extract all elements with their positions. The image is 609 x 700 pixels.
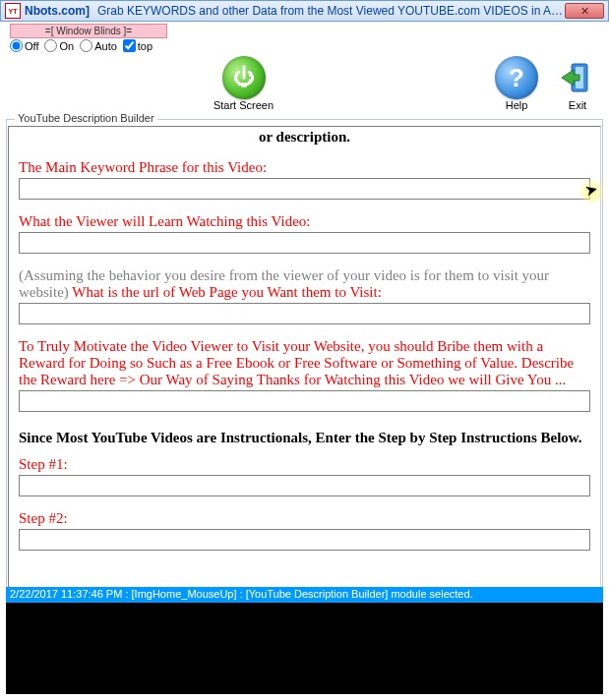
wb-top-checkbox[interactable]: top: [123, 39, 152, 52]
main-keyword-input[interactable]: [19, 178, 590, 200]
windowblinds-header: =[ Window Blinds ]=: [10, 24, 167, 38]
form-header: or description.: [19, 129, 590, 146]
learn-label: What the Viewer will Learn Watching this…: [19, 213, 590, 230]
status-bar: 2/22/2017 11:37:46 PM : [ImgHome_MouseUp…: [6, 587, 603, 603]
title-bar: YT Nbots.com] Grab KEYWORDS and other Da…: [0, 0, 609, 22]
motivate-text: To Truly Motivate the Video Viewer to Vi…: [19, 338, 590, 388]
main-keyword-label: The Main Keyword Phrase for this Video:: [19, 159, 590, 176]
wb-on-radio[interactable]: On: [44, 39, 74, 52]
console-pane: [6, 603, 603, 694]
window-close-button[interactable]: ✕: [565, 3, 604, 19]
power-icon: ⏻: [222, 56, 266, 99]
toolbar: ⏻ Start Screen ? Help Exit: [0, 52, 609, 113]
url-block: (Assuming the behavior you desire from t…: [19, 267, 590, 301]
step1-label: Step #1:: [19, 456, 590, 473]
reward-input[interactable]: [19, 390, 590, 412]
url-input[interactable]: [19, 303, 590, 324]
exit-label: Exit: [569, 99, 586, 111]
group-title: YouTube Description Builder: [15, 112, 157, 124]
start-screen-button[interactable]: ⏻ Start Screen: [213, 56, 274, 111]
learn-input[interactable]: [19, 232, 590, 254]
help-icon: ?: [495, 56, 538, 99]
app-icon: YT: [5, 3, 21, 19]
steps-header: Since Most YouTube Videos are Instructio…: [19, 430, 590, 446]
form-scroll-area[interactable]: or description. The Main Keyword Phrase …: [8, 126, 601, 598]
exit-icon: [556, 56, 599, 99]
start-screen-label: Start Screen: [213, 99, 274, 111]
help-label: Help: [506, 99, 528, 111]
step1-input[interactable]: [19, 475, 590, 496]
wb-off-radio[interactable]: Off: [10, 39, 38, 52]
windowblinds-options: Off On Auto top: [10, 39, 609, 52]
description-builder-group: YouTube Description Builder or descripti…: [6, 119, 603, 600]
titlebar-text: Grab KEYWORDS and other Data from the Mo…: [97, 4, 565, 18]
help-button[interactable]: ? Help: [495, 56, 538, 111]
wb-auto-radio[interactable]: Auto: [80, 39, 117, 52]
url-label: What is the url of Web Page you Want the…: [72, 284, 382, 300]
titlebar-site: Nbots.com]: [25, 4, 90, 18]
step2-input[interactable]: [19, 529, 590, 551]
exit-button[interactable]: Exit: [556, 56, 599, 111]
step2-label: Step #2:: [19, 510, 590, 527]
